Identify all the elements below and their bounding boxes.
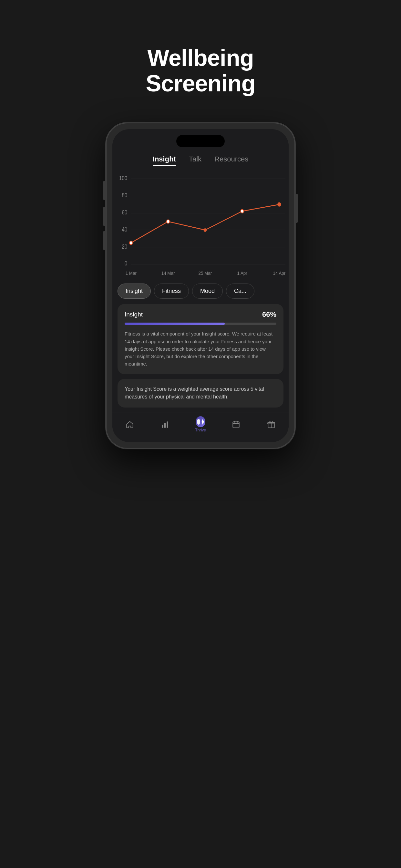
bottom-nav-gifts[interactable] bbox=[266, 420, 276, 430]
insight-card-description: Fitness is a vital component of your Ins… bbox=[125, 330, 276, 368]
info-card-text: Your Insight Score is a weighted average… bbox=[125, 385, 276, 401]
svg-text:0: 0 bbox=[125, 260, 127, 267]
bottom-nav-home[interactable] bbox=[125, 420, 135, 430]
svg-text:100: 100 bbox=[119, 175, 127, 182]
svg-point-13 bbox=[166, 220, 170, 223]
info-card: Your Insight Score is a weighted average… bbox=[118, 379, 283, 408]
svg-rect-22 bbox=[162, 425, 163, 428]
bottom-nav-thrive[interactable]: Thrive bbox=[195, 417, 206, 432]
svg-text:14 Mar: 14 Mar bbox=[161, 271, 175, 276]
svg-point-25 bbox=[197, 419, 200, 425]
svg-text:14 Apr: 14 Apr bbox=[273, 271, 285, 276]
svg-text:25 Mar: 25 Mar bbox=[198, 271, 212, 276]
insight-card-score: 66% bbox=[262, 310, 276, 319]
progress-bar-fill bbox=[125, 322, 225, 325]
insight-card: Insight 66% Fitness is a vital component… bbox=[118, 304, 283, 374]
tab-insight[interactable]: Insight bbox=[153, 155, 176, 166]
insight-card-label: Insight bbox=[125, 311, 143, 318]
home-icon bbox=[125, 420, 135, 430]
svg-text:60: 60 bbox=[122, 209, 127, 215]
insight-card-header: Insight 66% bbox=[125, 310, 276, 319]
phone-shell: Insight Talk Resources bbox=[105, 122, 296, 449]
svg-text:80: 80 bbox=[122, 192, 127, 198]
filter-buttons: Insight Fitness Mood Ca... bbox=[112, 278, 289, 304]
bottom-nav-calendar[interactable] bbox=[231, 420, 241, 430]
tab-resources[interactable]: Resources bbox=[214, 155, 248, 166]
filter-insight[interactable]: Insight bbox=[118, 283, 151, 299]
bottom-nav: Thrive bbox=[112, 412, 289, 442]
svg-rect-23 bbox=[164, 423, 166, 428]
svg-point-16 bbox=[278, 203, 281, 206]
svg-text:1 Apr: 1 Apr bbox=[237, 271, 247, 276]
svg-text:20: 20 bbox=[122, 244, 127, 250]
svg-rect-26 bbox=[233, 422, 239, 428]
calendar-icon bbox=[231, 420, 241, 430]
filter-fitness[interactable]: Fitness bbox=[154, 283, 189, 299]
chart-container: 100 80 60 40 20 0 bbox=[112, 168, 289, 278]
progress-bar-bg bbox=[125, 322, 276, 325]
dynamic-island bbox=[176, 135, 225, 147]
svg-point-12 bbox=[129, 241, 133, 245]
page-title: Wellbeing Screening bbox=[146, 45, 255, 96]
svg-point-15 bbox=[241, 210, 244, 213]
svg-rect-24 bbox=[166, 422, 168, 428]
filter-ca[interactable]: Ca... bbox=[226, 283, 254, 299]
filter-mood[interactable]: Mood bbox=[192, 283, 223, 299]
nav-tabs: Insight Talk Resources bbox=[112, 147, 289, 168]
svg-text:40: 40 bbox=[122, 226, 127, 232]
stats-icon bbox=[160, 420, 170, 430]
phone-screen: Insight Talk Resources bbox=[112, 129, 289, 442]
thrive-label: Thrive bbox=[195, 428, 206, 432]
bottom-nav-stats[interactable] bbox=[160, 420, 170, 430]
page-background: Wellbeing Screening Insight Talk Resourc… bbox=[0, 0, 401, 868]
gifts-icon bbox=[266, 420, 276, 430]
thrive-icon bbox=[196, 417, 205, 427]
svg-text:1 Mar: 1 Mar bbox=[126, 271, 136, 276]
svg-point-14 bbox=[204, 228, 207, 231]
tab-talk[interactable]: Talk bbox=[189, 155, 202, 166]
